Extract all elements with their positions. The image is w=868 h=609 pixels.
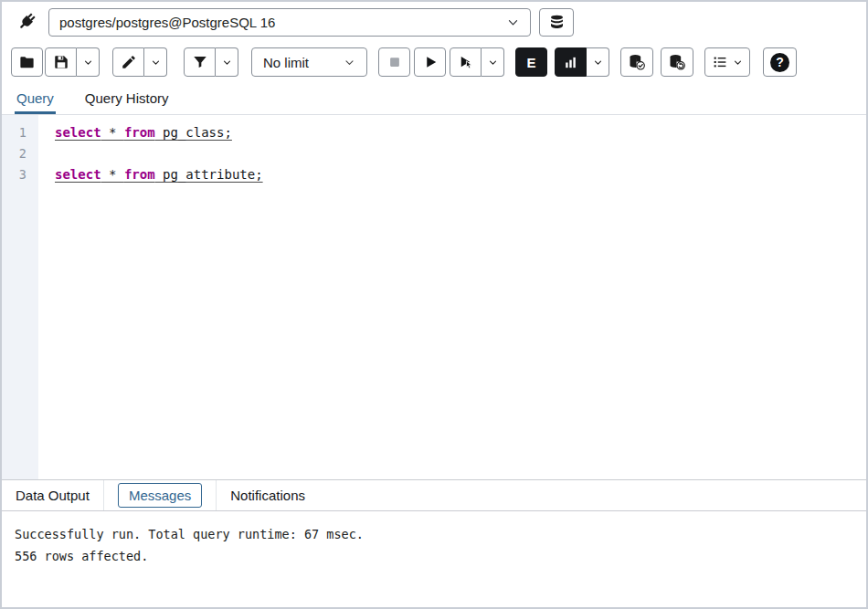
sql-text: *	[101, 167, 124, 182]
sql-keyword: select	[55, 167, 101, 182]
sql-text: *	[101, 125, 124, 140]
tab-query[interactable]: Query	[15, 82, 56, 114]
edit-options-dropdown[interactable]	[144, 47, 167, 77]
connection-bar: postgres/postgres@PostgreSQL 16	[2, 2, 866, 43]
save-button-group	[45, 47, 100, 77]
edit-button[interactable]	[112, 47, 144, 77]
filter-options-dropdown[interactable]	[216, 47, 238, 77]
execute-script-group	[450, 47, 504, 77]
database-check-icon	[628, 53, 646, 71]
stop-button[interactable]	[378, 47, 410, 77]
chevron-down-icon	[222, 58, 232, 68]
tab-notifications[interactable]: Notifications	[217, 480, 319, 510]
message-line: Successfully run. Total query runtime: 6…	[15, 523, 853, 545]
line-number: 3	[2, 164, 38, 185]
row-limit-select[interactable]: No limit	[251, 47, 367, 77]
filter-button-group	[184, 47, 238, 77]
sql-keyword: from	[124, 167, 155, 182]
funnel-icon	[192, 54, 208, 70]
chevron-down-icon	[593, 58, 603, 68]
sql-keyword: select	[55, 125, 101, 140]
execute-script-button[interactable]	[450, 47, 482, 77]
editor-tab-bar: Query Query History	[2, 81, 866, 115]
code-line-2	[38, 143, 866, 164]
chevron-down-icon	[506, 16, 520, 29]
explain-analyze-button[interactable]	[555, 47, 587, 77]
save-options-dropdown[interactable]	[77, 47, 100, 77]
output-tab-bar: Data Output Messages Notifications	[2, 479, 866, 511]
save-button[interactable]	[45, 47, 77, 77]
help-button[interactable]: ?	[763, 47, 797, 77]
help-icon: ?	[770, 53, 789, 72]
explain-analyze-dropdown[interactable]	[587, 47, 609, 77]
connection-select[interactable]: postgres/postgres@PostgreSQL 16	[48, 8, 531, 37]
query-tool-window: postgres/postgres@PostgreSQL 16	[0, 0, 868, 609]
code-area[interactable]: select * from pg_class; select * from pg…	[38, 115, 866, 479]
commit-button[interactable]	[620, 47, 653, 77]
chevron-down-icon	[344, 57, 355, 68]
code-line-3: select * from pg_attribute;	[38, 164, 866, 185]
connection-select-value: postgres/postgres@PostgreSQL 16	[59, 15, 506, 30]
tab-messages[interactable]: Messages	[104, 480, 217, 510]
messages-panel: Successfully run. Total query runtime: 6…	[2, 511, 866, 607]
tab-query-history[interactable]: Query History	[83, 82, 171, 114]
chevron-down-icon	[733, 58, 743, 68]
edit-button-group	[112, 47, 167, 77]
sql-text: pg_class;	[155, 125, 232, 140]
folder-icon	[18, 54, 36, 71]
sql-editor[interactable]: 1 2 3 select * from pg_class; select * f…	[2, 115, 866, 479]
plug-icon	[15, 11, 37, 34]
line-number: 2	[2, 143, 38, 164]
list-icon	[712, 54, 728, 70]
filter-button[interactable]	[184, 47, 216, 77]
sql-text: pg_attribute;	[155, 167, 263, 182]
open-file-button[interactable]	[11, 47, 43, 77]
connection-status	[11, 11, 40, 34]
execute-button[interactable]	[414, 47, 446, 77]
database-rollback-icon	[668, 53, 686, 71]
execute-options-dropdown[interactable]	[482, 47, 504, 77]
database-icon	[548, 14, 566, 31]
chevron-down-icon	[488, 58, 498, 68]
play-cursor-icon	[458, 54, 474, 70]
play-icon	[422, 54, 439, 70]
code-line-1: select * from pg_class;	[38, 122, 866, 143]
macros-button[interactable]	[704, 47, 750, 77]
explain-button[interactable]: E	[515, 47, 547, 77]
line-number-gutter: 1 2 3	[2, 115, 38, 479]
row-limit-value: No limit	[263, 55, 309, 70]
sql-keyword: from	[124, 125, 155, 140]
message-line: 556 rows affected.	[15, 545, 853, 567]
line-number: 1	[2, 122, 38, 143]
stop-icon	[386, 54, 403, 70]
pencil-icon	[121, 54, 137, 70]
explain-label: E	[526, 55, 535, 70]
bar-chart-icon	[563, 55, 578, 70]
chevron-down-icon	[83, 58, 93, 68]
new-connection-button[interactable]	[539, 8, 574, 37]
floppy-icon	[53, 54, 69, 70]
tab-data-output[interactable]: Data Output	[2, 480, 104, 510]
rollback-button[interactable]	[661, 47, 693, 77]
tab-messages-label: Messages	[118, 483, 202, 508]
chevron-down-icon	[151, 58, 161, 68]
explain-analyze-group	[555, 47, 609, 77]
query-toolbar: No limit E	[2, 43, 866, 81]
